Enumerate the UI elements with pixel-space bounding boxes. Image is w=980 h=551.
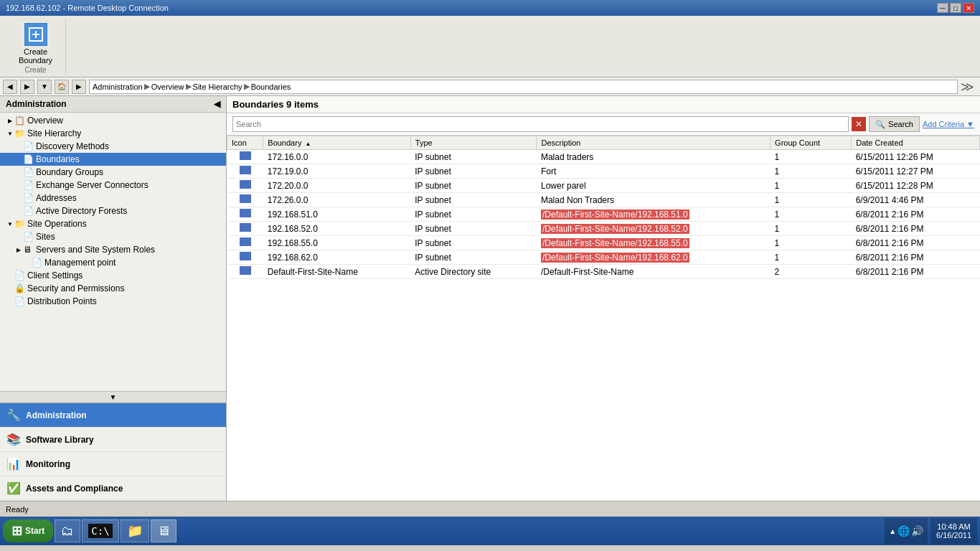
- sidebar-item-exchange[interactable]: 📄 Exchange Server Connectors: [0, 179, 226, 192]
- sidebar-item-security[interactable]: 🔒 Security and Permissions: [0, 282, 226, 295]
- rdp-icon: 🖥: [157, 524, 170, 539]
- home-button[interactable]: 🏠: [55, 80, 69, 94]
- cell-icon: [227, 222, 263, 236]
- create-boundary-label: CreateBoundary: [19, 47, 52, 65]
- sidebar-item-boundaries[interactable]: 📄 Boundaries: [0, 153, 226, 166]
- taskbar-rdp-button[interactable]: 🖥: [151, 519, 176, 542]
- table-row[interactable]: 192.168.55.0 IP subnet /Default-First-Si…: [227, 236, 980, 250]
- sidebar-item-overview[interactable]: ▶ 📋 Overview: [0, 114, 226, 127]
- taskbar-folder-button[interactable]: 📁: [121, 519, 149, 542]
- sidebar-tree: ▶ 📋 Overview ▼ 📁 Site Hierarchy 📄 Discov…: [0, 113, 226, 391]
- dropdown-button[interactable]: ▼: [37, 80, 52, 94]
- active-directory-label: Active Directory Forests: [36, 206, 127, 216]
- search-input[interactable]: [232, 116, 849, 132]
- sidebar-item-site-hierarchy[interactable]: ▼ 📁 Site Hierarchy: [0, 127, 226, 140]
- exchange-icon: 📄: [23, 179, 34, 191]
- nav-item-monitoring[interactable]: 📊 Monitoring: [0, 452, 226, 476]
- sidebar-item-management-point[interactable]: 📄 Management point: [0, 256, 226, 269]
- row-icon: [240, 266, 251, 275]
- path-sep2: ▶: [186, 82, 192, 91]
- cell-description: Fort: [537, 164, 771, 179]
- table-row[interactable]: 172.19.0.0 IP subnet Fort 1 6/15/2011 12…: [227, 164, 980, 179]
- row-icon: [240, 166, 251, 174]
- cell-description: /Default-First-Site-Name/192.168.51.0: [537, 207, 771, 222]
- minimize-button[interactable]: ─: [937, 3, 948, 13]
- sites-icon: 📄: [23, 231, 34, 242]
- tray-arrow[interactable]: ▲: [889, 527, 896, 535]
- expand-servers: ▶: [14, 247, 23, 253]
- sidebar-item-addresses[interactable]: 📄 Addresses: [0, 192, 226, 204]
- exchange-label: Exchange Server Connectors: [36, 180, 149, 190]
- sidebar-item-site-operations[interactable]: ▼ 📁 Site Operations: [0, 217, 226, 230]
- maximize-button[interactable]: □: [950, 3, 961, 13]
- sidebar-item-sites[interactable]: 📄 Sites: [0, 230, 226, 243]
- create-boundary-button[interactable]: CreateBoundary: [14, 22, 57, 66]
- security-label: Security and Permissions: [27, 283, 124, 293]
- sidebar-item-active-directory[interactable]: 📄 Active Directory Forests: [0, 204, 226, 217]
- table-row[interactable]: 172.16.0.0 IP subnet Malad traders 1 6/1…: [227, 150, 980, 164]
- expand-icon: ≫: [961, 79, 977, 95]
- security-icon: 🔒: [14, 283, 26, 294]
- taskbar-right: ▲ 🌐 🔊 10:48 AM 6/16/2011: [885, 518, 977, 544]
- system-tray: ▲ 🌐 🔊: [885, 518, 928, 544]
- nav-item-assets[interactable]: ✅ Assets and Compliance: [0, 476, 226, 501]
- col-header-group-count[interactable]: Group Count: [771, 136, 852, 150]
- clock[interactable]: 10:48 AM 6/16/2011: [930, 518, 977, 544]
- boundary-groups-icon: 📄: [23, 166, 34, 178]
- close-button[interactable]: ✕: [963, 3, 974, 13]
- table-row[interactable]: 172.20.0.0 IP subnet Lower parel 1 6/15/…: [227, 179, 980, 193]
- ribbon: CreateBoundary Create: [0, 16, 980, 77]
- administration-icon: 🔧: [6, 408, 22, 423]
- cell-date-created: 6/8/2011 2:16 PM: [852, 250, 980, 265]
- taskbar-explorer-button[interactable]: 🗂: [55, 519, 80, 542]
- add-criteria-button[interactable]: Add Criteria ▼: [923, 120, 974, 128]
- taskbar: ⊞ Start 🗂 C:\ 📁 🖥 ▲ 🌐 🔊 10:48 AM 6/16/20…: [0, 517, 980, 545]
- cell-group-count: 1: [771, 164, 852, 179]
- cell-boundary: 192.168.62.0: [263, 250, 410, 265]
- col-header-date-created[interactable]: Date Created: [852, 136, 980, 150]
- sidebar-item-servers[interactable]: ▶ 🖥 Servers and Site System Roles: [0, 243, 226, 256]
- col-header-type[interactable]: Type: [410, 136, 537, 150]
- col-header-icon[interactable]: Icon: [227, 136, 263, 150]
- status-bar: Ready: [0, 501, 980, 517]
- cell-group-count: 1: [771, 250, 852, 265]
- search-button[interactable]: 🔍 Search: [869, 116, 920, 132]
- cell-icon: [227, 207, 263, 222]
- cell-boundary: 172.26.0.0: [263, 193, 410, 207]
- sidebar-item-distribution[interactable]: 📄 Distribution Points: [0, 295, 226, 308]
- start-button[interactable]: ⊞ Start: [3, 519, 53, 542]
- col-header-description[interactable]: Description: [537, 136, 771, 150]
- explorer-icon: 🗂: [61, 524, 74, 539]
- back-button[interactable]: ◀: [3, 80, 17, 94]
- table-row[interactable]: Default-First-Site-Name Active Directory…: [227, 265, 980, 279]
- sidebar-scroll-down[interactable]: ▼: [0, 391, 226, 402]
- expand-site-hierarchy: ▼: [6, 131, 14, 137]
- sidebar-item-client-settings[interactable]: 📄 Client Settings: [0, 269, 226, 282]
- table-row[interactable]: 192.168.51.0 IP subnet /Default-First-Si…: [227, 207, 980, 222]
- sidebar-header: Administration ◀: [0, 96, 226, 113]
- table-row[interactable]: 172.26.0.0 IP subnet Malad Non Traders 1…: [227, 193, 980, 207]
- col-header-boundary[interactable]: Boundary ▲: [263, 136, 410, 150]
- nav-item-administration[interactable]: 🔧 Administration: [0, 403, 226, 428]
- cell-date-created: 6/8/2011 2:16 PM: [852, 265, 980, 279]
- window-controls: ─ □ ✕: [937, 3, 974, 13]
- cell-type: IP subnet: [410, 250, 537, 265]
- cmd-icon: C:\: [88, 524, 112, 538]
- path-overview: Overview: [151, 83, 184, 91]
- table-row[interactable]: 192.168.52.0 IP subnet /Default-First-Si…: [227, 222, 980, 236]
- site-operations-label: Site Operations: [27, 219, 87, 229]
- nav-item-software-library[interactable]: 📚 Software Library: [0, 428, 226, 452]
- path-sep3: ▶: [244, 82, 250, 91]
- nav-arrow: ▶: [72, 80, 86, 94]
- cell-icon: [227, 164, 263, 179]
- sidebar-collapse-icon[interactable]: ◀: [214, 99, 220, 109]
- sidebar-item-boundary-groups[interactable]: 📄 Boundary Groups: [0, 166, 226, 179]
- status-text: Ready: [6, 505, 29, 514]
- folder-icon: 📁: [127, 523, 143, 539]
- forward-button[interactable]: ▶: [20, 80, 34, 94]
- cell-boundary: 192.168.55.0: [263, 236, 410, 250]
- taskbar-cmd-button[interactable]: C:\: [82, 519, 118, 542]
- sidebar-item-discovery[interactable]: 📄 Discovery Methods: [0, 140, 226, 153]
- table-row[interactable]: 192.168.62.0 IP subnet /Default-First-Si…: [227, 250, 980, 265]
- search-clear-button[interactable]: ✕: [852, 117, 866, 131]
